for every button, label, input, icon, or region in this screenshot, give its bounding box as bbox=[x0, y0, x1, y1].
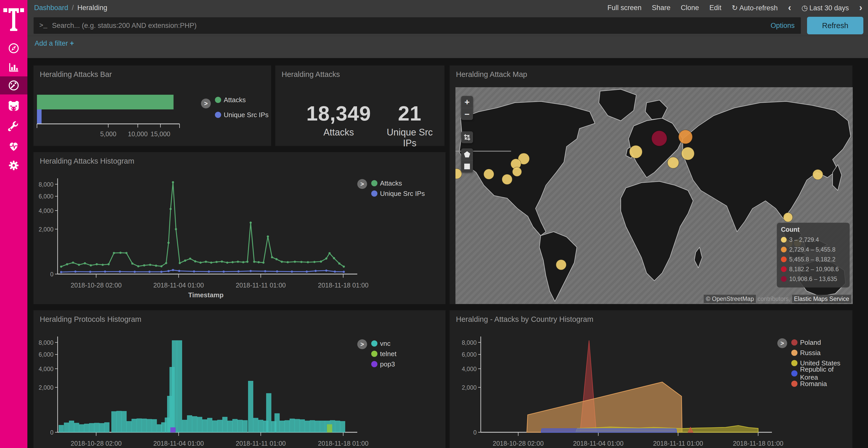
sidebar-item-visualize[interactable] bbox=[0, 59, 27, 76]
panel-attack-map: Heralding Attack Map + − bbox=[450, 65, 852, 304]
legend-dot bbox=[781, 237, 786, 243]
bar-chart-icon bbox=[7, 61, 20, 73]
auto-refresh-button[interactable]: ↻Auto-refresh bbox=[732, 4, 778, 12]
protocols-bar-chart[interactable]: 02,0004,0006,0008,0002018-10-28 02:00201… bbox=[34, 310, 445, 448]
options-link[interactable]: Options bbox=[771, 22, 801, 30]
legend-item[interactable]: Unique Src IPs bbox=[371, 188, 425, 199]
telekom-logo[interactable] bbox=[3, 3, 25, 31]
map-draw-polygon-button[interactable] bbox=[461, 148, 473, 161]
panel-title: Heralding Attacks Bar bbox=[40, 70, 112, 79]
bear-icon bbox=[7, 100, 20, 113]
legend-item[interactable]: Republic of Korea bbox=[791, 368, 852, 379]
search-input[interactable]: >_ Search... (e.g. status:200 AND extens… bbox=[34, 17, 801, 34]
legend-dot bbox=[371, 361, 377, 367]
legend-expand-icon[interactable]: > bbox=[357, 339, 367, 349]
attacks-line-chart[interactable]: 02,0004,0006,0008,0002018-10-28 02:00201… bbox=[34, 152, 445, 304]
legend-item[interactable]: vnc bbox=[371, 338, 397, 349]
svg-text:2018-10-28 02:00: 2018-10-28 02:00 bbox=[71, 440, 122, 447]
refresh-button[interactable]: Refresh bbox=[807, 17, 863, 34]
metric-value: 21 bbox=[379, 102, 441, 126]
osm-attribution-link[interactable]: © OpenStreetMap bbox=[704, 295, 756, 303]
legend-dot bbox=[371, 191, 377, 197]
share-button[interactable]: Share bbox=[652, 4, 671, 12]
svg-text:2,000: 2,000 bbox=[462, 384, 476, 391]
legend-expand-icon[interactable]: > bbox=[357, 179, 367, 189]
svg-text:2,000: 2,000 bbox=[38, 384, 54, 391]
metric-label: Attacks bbox=[293, 127, 384, 138]
map-fit-bounds-button[interactable] bbox=[461, 131, 473, 143]
map-zoom-out-button[interactable]: − bbox=[461, 108, 473, 120]
panel-title: Heralding Attacks Histogram bbox=[40, 157, 134, 165]
legend: > Poland Russia United States Republic o… bbox=[777, 337, 852, 389]
ems-attribution-link[interactable]: Elastic Maps Service bbox=[792, 295, 851, 303]
svg-text:6,000: 6,000 bbox=[38, 351, 54, 358]
time-range-picker[interactable]: ◷Last 30 days bbox=[801, 4, 849, 12]
attack-map[interactable]: + − Count bbox=[456, 87, 853, 304]
svg-text:2018-10-28 02:00: 2018-10-28 02:00 bbox=[71, 281, 122, 289]
legend-item[interactable]: Romania bbox=[791, 379, 852, 389]
panel-attacks-bar: Heralding Attacks Bar 5,00010,00015,000 … bbox=[33, 65, 271, 146]
search-prompt-icon: >_ bbox=[34, 22, 52, 29]
legend: > vnc telnet pop3 bbox=[357, 338, 397, 369]
wrench-icon bbox=[7, 120, 20, 132]
svg-text:6,000: 6,000 bbox=[38, 193, 54, 200]
panel-title: Heralding - Attacks by Country Histogram bbox=[456, 315, 593, 323]
legend-item: 2,729.4 – 5,455.8 bbox=[781, 245, 845, 254]
svg-text:4,000: 4,000 bbox=[38, 366, 54, 372]
legend-dot bbox=[781, 247, 786, 252]
top-navbar: Dashboard / Heralding Full screen Share … bbox=[27, 0, 868, 15]
legend-item: 5,455.8 – 8,182.2 bbox=[781, 254, 845, 264]
breadcrumb-current: Heralding bbox=[78, 4, 107, 12]
sidebar-item-tpot[interactable] bbox=[0, 98, 27, 115]
gear-icon bbox=[7, 159, 20, 172]
legend-item[interactable]: Poland bbox=[791, 337, 852, 348]
full-screen-button[interactable]: Full screen bbox=[607, 4, 642, 12]
svg-text:4,000: 4,000 bbox=[462, 366, 476, 372]
time-forward-icon[interactable]: › bbox=[859, 4, 862, 11]
clone-button[interactable]: Clone bbox=[681, 4, 699, 12]
svg-text:0: 0 bbox=[473, 429, 476, 436]
svg-text:Timestamp: Timestamp bbox=[188, 291, 224, 299]
panel-attacks-metric: Heralding Attacks 18,349 Attacks 21 Uniq… bbox=[275, 65, 444, 146]
legend-dot bbox=[781, 276, 786, 282]
breadcrumb-dashboard[interactable]: Dashboard bbox=[34, 4, 68, 12]
sidebar-item-management[interactable] bbox=[0, 157, 27, 174]
legend-expand-icon[interactable]: > bbox=[777, 338, 787, 348]
svg-text:2018-11-11 01:00: 2018-11-11 01:00 bbox=[653, 440, 703, 447]
legend-item[interactable]: telnet bbox=[371, 349, 397, 359]
plus-icon: + bbox=[70, 39, 74, 47]
svg-text:2018-11-18 01:00: 2018-11-18 01:00 bbox=[318, 281, 369, 289]
sidebar bbox=[0, 0, 27, 448]
time-back-icon[interactable]: ‹ bbox=[788, 4, 791, 11]
legend-item[interactable]: Russia bbox=[791, 348, 852, 358]
sidebar-item-discover[interactable] bbox=[0, 40, 27, 57]
sidebar-item-dashboard[interactable] bbox=[0, 76, 27, 95]
map-count-legend: Count 3 – 2,729.4 2,729.4 – 5,455.8 5,45… bbox=[777, 223, 850, 287]
svg-text:0: 0 bbox=[50, 271, 54, 278]
legend-item[interactable]: Attacks bbox=[215, 92, 269, 107]
map-attribution: © OpenStreetMap contributors, Elastic Ma… bbox=[704, 296, 851, 303]
map-zoom-in-button[interactable]: + bbox=[461, 96, 473, 108]
breadcrumb: Dashboard / Heralding bbox=[27, 4, 107, 12]
edit-button[interactable]: Edit bbox=[709, 4, 721, 12]
legend-item[interactable]: Attacks bbox=[371, 178, 425, 188]
search-placeholder: Search... (e.g. status:200 AND extension… bbox=[52, 22, 196, 30]
sidebar-item-devtools[interactable] bbox=[0, 118, 27, 135]
legend-item[interactable]: pop3 bbox=[371, 359, 397, 369]
sidebar-item-monitoring[interactable] bbox=[0, 138, 27, 154]
search-bar-row: >_ Search... (e.g. status:200 AND extens… bbox=[27, 15, 868, 36]
legend-item: 10,908.6 – 13,635 bbox=[781, 274, 845, 284]
legend-expand-icon[interactable]: > bbox=[201, 99, 211, 108]
svg-text:15,000: 15,000 bbox=[151, 130, 170, 138]
legend-dot bbox=[215, 97, 221, 103]
svg-text:8,000: 8,000 bbox=[38, 181, 54, 188]
svg-text:2018-11-04 01:00: 2018-11-04 01:00 bbox=[153, 281, 204, 289]
filter-bar: Add a filter + bbox=[27, 36, 868, 58]
svg-text:10,000: 10,000 bbox=[128, 130, 148, 138]
map-draw-rect-button[interactable] bbox=[461, 161, 473, 172]
panel-title: Heralding Protocols Histogram bbox=[40, 315, 141, 323]
legend: > Attacks Unique Src IPs bbox=[357, 178, 425, 199]
add-filter-link[interactable]: Add a filter + bbox=[35, 39, 74, 47]
svg-text:0: 0 bbox=[50, 429, 54, 436]
legend-item[interactable]: Unique Src IPs bbox=[215, 107, 269, 122]
